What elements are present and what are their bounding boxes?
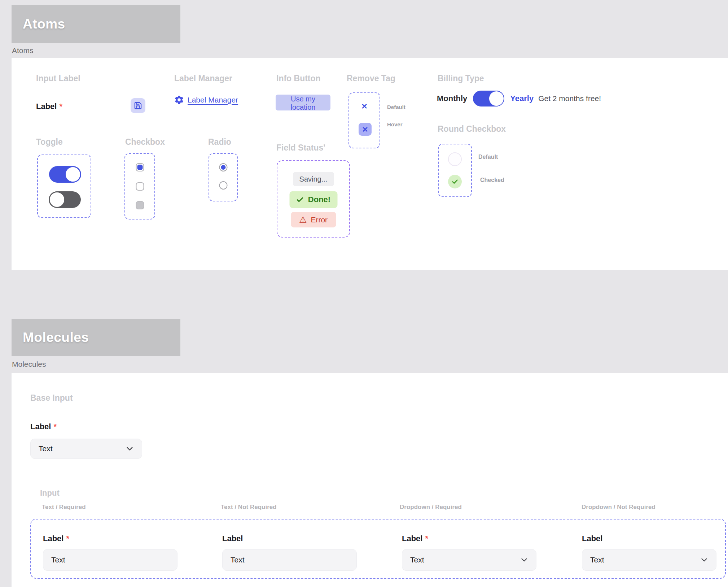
input-label-example: Label* — [36, 102, 62, 111]
required-asterisk: * — [53, 422, 57, 431]
status-badge-saving: Saving... — [293, 172, 334, 186]
molecules-caption: Molecules — [12, 360, 46, 369]
toggle-on[interactable] — [49, 166, 81, 183]
status-badge-done: Done! — [289, 191, 337, 208]
remove-tag-spec-box: ✕ ✕ — [348, 92, 380, 148]
chevron-down-icon — [519, 555, 529, 565]
billing-monthly-label: Monthly — [437, 94, 467, 103]
field-label-text: Label — [43, 534, 63, 543]
text-input-value: Text — [43, 556, 65, 564]
dropdown-input[interactable]: Text — [402, 549, 536, 571]
label-manager-control[interactable]: Label Manager — [174, 95, 238, 105]
billing-yearly-label: Yearly — [510, 94, 534, 103]
molecules-banner-title: Molecules — [12, 330, 89, 345]
input-variants-spec-box: Label* Text Label Text Label* — [30, 519, 726, 579]
check-icon — [296, 196, 304, 204]
save-icon — [134, 101, 142, 110]
dropdown-input[interactable]: Text — [582, 549, 716, 571]
checkbox-section-title: Checkbox — [125, 137, 165, 147]
molecules-panel: Base Input Label* Text Input Text / Requ… — [12, 373, 728, 587]
warning-icon: ⚠ — [299, 216, 307, 224]
base-input-section-title: Base Input — [30, 393, 73, 403]
gear-icon — [174, 95, 184, 105]
status-done-text: Done! — [308, 195, 330, 204]
toggle-section-title: Toggle — [36, 137, 63, 147]
variant-name-text-required: Text / Required — [42, 504, 86, 511]
checkbox-disabled[interactable] — [136, 201, 144, 209]
radio-dot — [221, 165, 225, 170]
toggle-spec-box — [37, 155, 91, 218]
label-manager-link[interactable]: Label Manager — [188, 96, 238, 104]
billing-toggle[interactable] — [473, 91, 504, 106]
field-label: Label* — [43, 534, 69, 543]
round-checkbox-checked[interactable] — [448, 175, 462, 188]
atoms-banner: Atoms — [12, 5, 180, 43]
field-label: Label* — [402, 534, 428, 543]
base-input-label-text: Label — [30, 422, 51, 431]
billing-type-section-title: Billing Type — [438, 74, 484, 83]
base-input-label: Label* — [30, 422, 57, 431]
checkbox-unchecked[interactable] — [136, 182, 144, 191]
use-my-location-button[interactable]: Use my location — [276, 95, 330, 110]
checkbox-checked[interactable] — [136, 163, 144, 171]
text-input-value: Text — [223, 556, 245, 564]
radio-selected[interactable] — [219, 163, 227, 171]
remove-tag-section-title: Remove Tag — [347, 74, 395, 83]
close-icon: ✕ — [361, 102, 368, 110]
label-manager-section-title: Label Manager — [174, 74, 232, 83]
field-label: Label — [222, 534, 245, 543]
atoms-panel: Input Label Label* Label Manager Label M… — [12, 58, 728, 270]
base-input-value: Text — [31, 444, 53, 453]
atoms-banner-title: Atoms — [12, 17, 65, 32]
round-checkbox-default-label: Default — [478, 154, 498, 160]
base-input-select[interactable]: Text — [30, 439, 142, 459]
radio-section-title: Radio — [208, 137, 231, 147]
check-icon — [451, 178, 459, 185]
remove-tag-default-label: Default — [387, 104, 405, 110]
field-label-text: Label — [582, 534, 602, 543]
radio-unselected[interactable] — [219, 181, 227, 190]
billing-type-control: Monthly Yearly Get 2 months free! — [437, 90, 601, 107]
field-label-text: Label — [222, 534, 243, 543]
remove-tag-button-default[interactable]: ✕ — [361, 103, 368, 110]
variant-name-dropdown-required: Dropdown / Required — [400, 504, 462, 511]
info-button-section-title: Info Button — [276, 74, 321, 83]
toggle-off-knob — [49, 191, 65, 208]
field-label-text: Label — [402, 534, 422, 543]
close-icon: ✕ — [362, 126, 368, 133]
field-status-spec-box: Saving... Done! ⚠ Error — [277, 160, 350, 238]
billing-promo-text: Get 2 months free! — [538, 94, 601, 103]
molecules-banner: Molecules — [12, 319, 180, 356]
toggle-off[interactable] — [49, 191, 81, 208]
input-section-title: Input — [40, 488, 60, 498]
input-label-section-title: Input Label — [36, 74, 80, 83]
text-input[interactable]: Text — [43, 549, 177, 571]
remove-tag-hover-label: Hover — [387, 121, 403, 127]
required-asterisk: * — [59, 102, 62, 111]
checkbox-check-fill — [137, 165, 142, 170]
checkbox-spec-box — [124, 153, 155, 219]
remove-tag-button-hover[interactable]: ✕ — [359, 123, 372, 136]
variant-name-text-not-required: Text / Not Required — [221, 504, 277, 511]
toggle-on-knob — [65, 166, 81, 183]
save-button[interactable] — [131, 98, 145, 113]
text-input[interactable]: Text — [222, 549, 357, 571]
required-asterisk: * — [425, 534, 428, 543]
input-label-text: Label — [36, 102, 57, 111]
chevron-down-icon — [700, 555, 709, 565]
required-asterisk: * — [66, 534, 69, 543]
dropdown-value: Text — [582, 556, 604, 564]
chevron-down-icon — [125, 444, 135, 454]
status-error-text: Error — [311, 216, 328, 224]
status-badge-error: ⚠ Error — [291, 212, 336, 227]
atoms-caption: Atoms — [12, 46, 34, 55]
round-checkbox-checked-label: Checked — [480, 177, 504, 183]
variant-name-dropdown-not-required: Dropdown / Not Required — [582, 504, 655, 511]
design-system-page: Atoms Atoms Input Label Label* Label Man… — [0, 0, 728, 587]
round-checkbox-default[interactable] — [448, 152, 462, 166]
dropdown-value: Text — [402, 556, 424, 564]
round-checkbox-spec-box — [438, 144, 472, 197]
field-label: Label — [582, 534, 605, 543]
radio-spec-box — [209, 153, 238, 201]
field-status-section-title: Field Status' — [276, 143, 325, 153]
